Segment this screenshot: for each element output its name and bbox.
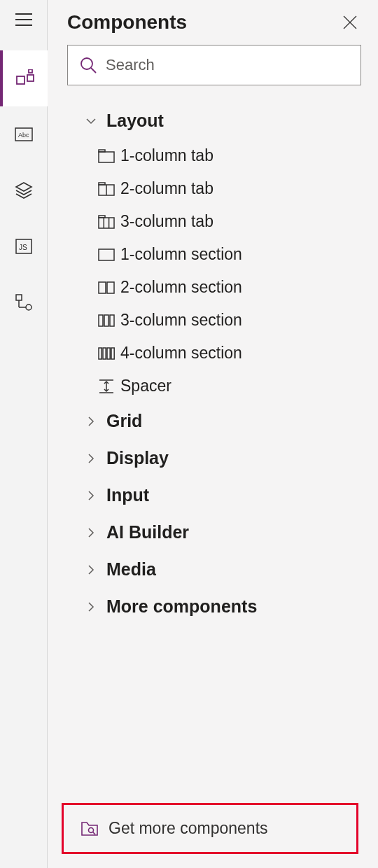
leaf-label: Spacer: [120, 377, 172, 396]
svg-rect-35: [107, 348, 110, 359]
chevron-right-icon: [85, 453, 97, 464]
sidebar-item-tree-view[interactable]: [0, 274, 48, 330]
svg-rect-23: [99, 218, 114, 228]
svg-rect-32: [110, 315, 114, 326]
chevron-right-icon: [85, 527, 97, 538]
svg-line-17: [91, 68, 96, 73]
group-label: Display: [106, 448, 169, 468]
hamburger-icon: [15, 13, 32, 27]
leaf-label: 2-column tab: [120, 179, 214, 198]
components-panel: Components Layout 1-: [48, 0, 378, 868]
group-layout[interactable]: Layout: [64, 102, 372, 139]
sidebar-item-components[interactable]: [0, 50, 48, 106]
leaf-label: 3-column tab: [120, 212, 214, 231]
search-box[interactable]: [67, 45, 361, 85]
svg-rect-34: [103, 348, 106, 359]
svg-rect-5: [29, 69, 32, 73]
svg-rect-10: [16, 295, 22, 300]
svg-rect-28: [99, 282, 106, 293]
component-3-column-section[interactable]: 3-column section: [64, 304, 372, 337]
svg-text:JS: JS: [19, 244, 27, 251]
svg-rect-4: [27, 75, 34, 81]
svg-rect-3: [17, 76, 24, 84]
leaf-label: 1-column section: [120, 245, 242, 264]
component-1-column-section[interactable]: 1-column section: [64, 238, 372, 271]
tree-view-icon: [15, 293, 33, 312]
chevron-right-icon: [85, 490, 97, 501]
group-label: Grid: [106, 411, 142, 431]
close-button[interactable]: [339, 11, 361, 34]
panel-header: Components: [48, 0, 378, 39]
sidebar-item-layers[interactable]: [0, 162, 48, 218]
section-4col-icon: [98, 347, 115, 360]
svg-rect-19: [99, 150, 105, 152]
hamburger-menu[interactable]: [7, 6, 41, 34]
spacer-icon: [98, 379, 115, 394]
leaf-label: 3-column section: [120, 311, 242, 330]
svg-point-11: [26, 304, 31, 310]
components-icon: [16, 69, 34, 88]
section-2col-icon: [98, 281, 115, 294]
component-2-column-tab[interactable]: 2-column tab: [64, 172, 372, 205]
footer-label: Get more components: [108, 819, 268, 838]
group-more-components[interactable]: More components: [64, 588, 372, 625]
section-3col-icon: [98, 314, 115, 327]
group-label: Layout: [106, 111, 164, 131]
tab-2col-icon: [98, 182, 115, 196]
search-container: [48, 39, 378, 94]
group-label: Input: [106, 485, 149, 505]
svg-rect-33: [99, 348, 102, 359]
svg-rect-18: [99, 152, 114, 162]
group-input[interactable]: Input: [64, 477, 372, 514]
components-tree: Layout 1-column tab 2-column tab 3-colum…: [48, 94, 378, 803]
sidebar-item-javascript[interactable]: JS: [0, 218, 48, 274]
svg-rect-36: [111, 348, 114, 359]
form-fields-icon: Abc: [15, 127, 33, 141]
leaf-label: 2-column section: [120, 278, 242, 297]
svg-rect-29: [107, 282, 114, 293]
chevron-right-icon: [85, 416, 97, 427]
get-more-components-button[interactable]: Get more components: [62, 803, 358, 854]
search-icon: [79, 56, 97, 74]
group-ai-builder[interactable]: AI Builder: [64, 514, 372, 551]
svg-point-40: [89, 827, 94, 832]
group-label: AI Builder: [106, 522, 189, 542]
tab-3col-icon: [98, 215, 115, 229]
svg-rect-31: [104, 315, 108, 326]
close-icon: [342, 15, 358, 30]
panel-title: Components: [67, 11, 187, 34]
group-grid[interactable]: Grid: [64, 402, 372, 440]
search-input[interactable]: [106, 56, 349, 74]
svg-rect-27: [99, 249, 114, 260]
svg-text:Abc: Abc: [18, 132, 29, 139]
svg-rect-30: [99, 315, 103, 326]
svg-rect-26: [99, 216, 105, 218]
component-1-column-tab[interactable]: 1-column tab: [64, 139, 372, 172]
group-label: Media: [106, 559, 156, 580]
component-3-column-tab[interactable]: 3-column tab: [64, 205, 372, 238]
leaf-label: 4-column section: [120, 344, 242, 363]
section-1col-icon: [98, 248, 115, 261]
group-label: More components: [106, 596, 257, 617]
leaf-label: 1-column tab: [120, 146, 214, 165]
sidebar-rail: Abc JS: [0, 0, 48, 868]
sidebar-item-form-fields[interactable]: Abc: [0, 106, 48, 162]
layers-icon: [15, 181, 33, 200]
svg-point-16: [81, 58, 92, 69]
group-display[interactable]: Display: [64, 440, 372, 477]
folder-search-icon: [80, 821, 99, 836]
group-media[interactable]: Media: [64, 551, 372, 588]
tab-1col-icon: [98, 149, 115, 163]
svg-line-41: [93, 832, 95, 834]
chevron-down-icon: [85, 115, 97, 127]
component-2-column-section[interactable]: 2-column section: [64, 271, 372, 304]
javascript-icon: JS: [15, 239, 32, 254]
component-4-column-section[interactable]: 4-column section: [64, 337, 372, 370]
chevron-right-icon: [85, 564, 97, 575]
component-spacer[interactable]: Spacer: [64, 370, 372, 402]
svg-rect-22: [99, 183, 105, 185]
chevron-right-icon: [85, 601, 97, 612]
